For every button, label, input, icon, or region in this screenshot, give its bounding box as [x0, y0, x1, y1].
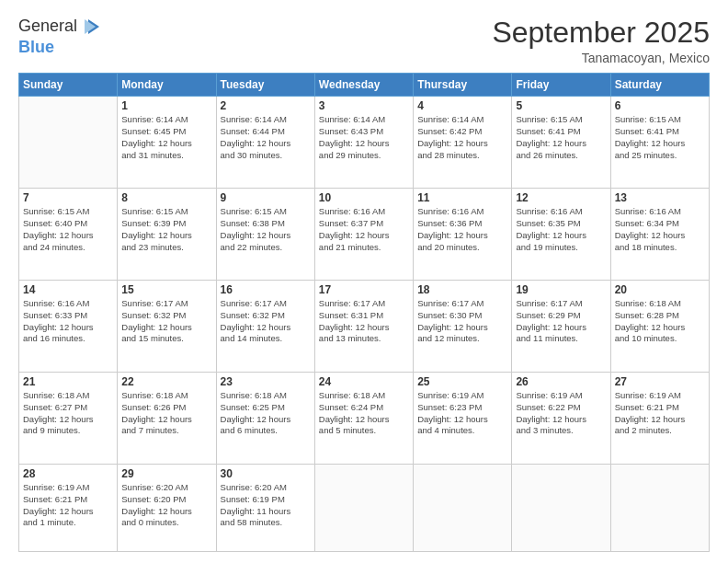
calendar-cell: 23Sunrise: 6:18 AM Sunset: 6:25 PM Dayli…	[216, 372, 314, 464]
day-number: 26	[516, 375, 606, 388]
calendar-cell: 26Sunrise: 6:19 AM Sunset: 6:22 PM Dayli…	[512, 372, 610, 464]
day-info: Sunrise: 6:15 AM Sunset: 6:41 PM Dayligh…	[615, 114, 705, 161]
title-block: September 2025 Tanamacoyan, Mexico	[492, 17, 710, 65]
day-info: Sunrise: 6:19 AM Sunset: 6:21 PM Dayligh…	[615, 390, 705, 437]
day-info: Sunrise: 6:19 AM Sunset: 6:22 PM Dayligh…	[516, 390, 606, 437]
day-number: 20	[615, 283, 705, 296]
calendar-cell	[414, 464, 512, 551]
calendar-cell: 11Sunrise: 6:16 AM Sunset: 6:36 PM Dayli…	[414, 189, 512, 281]
subtitle: Tanamacoyan, Mexico	[492, 51, 710, 65]
calendar-cell: 7Sunrise: 6:15 AM Sunset: 6:40 PM Daylig…	[19, 189, 118, 281]
day-number: 24	[319, 375, 409, 388]
day-info: Sunrise: 6:16 AM Sunset: 6:33 PM Dayligh…	[23, 298, 113, 345]
day-number: 5	[516, 99, 606, 112]
calendar-header-wednesday: Wednesday	[314, 74, 413, 97]
day-number: 4	[417, 99, 507, 112]
calendar-cell: 4Sunrise: 6:14 AM Sunset: 6:42 PM Daylig…	[414, 97, 512, 189]
calendar-cell: 6Sunrise: 6:15 AM Sunset: 6:41 PM Daylig…	[610, 97, 709, 189]
calendar-cell: 17Sunrise: 6:17 AM Sunset: 6:31 PM Dayli…	[314, 281, 413, 373]
calendar-table: SundayMondayTuesdayWednesdayThursdayFrid…	[18, 73, 710, 552]
day-number: 21	[23, 375, 113, 388]
calendar-cell: 14Sunrise: 6:16 AM Sunset: 6:33 PM Dayli…	[19, 281, 118, 373]
day-info: Sunrise: 6:17 AM Sunset: 6:31 PM Dayligh…	[319, 298, 409, 345]
calendar-cell: 24Sunrise: 6:18 AM Sunset: 6:24 PM Dayli…	[314, 372, 413, 464]
day-number: 11	[417, 191, 507, 204]
day-number: 16	[221, 283, 311, 296]
day-number: 27	[615, 375, 705, 388]
day-number: 28	[23, 467, 113, 480]
day-number: 3	[319, 99, 409, 112]
day-number: 19	[516, 283, 606, 296]
day-info: Sunrise: 6:20 AM Sunset: 6:20 PM Dayligh…	[121, 482, 211, 529]
calendar-cell: 15Sunrise: 6:17 AM Sunset: 6:32 PM Dayli…	[118, 281, 216, 373]
day-number: 15	[121, 283, 211, 296]
calendar-cell: 5Sunrise: 6:15 AM Sunset: 6:41 PM Daylig…	[512, 97, 610, 189]
day-info: Sunrise: 6:14 AM Sunset: 6:44 PM Dayligh…	[221, 114, 311, 161]
day-info: Sunrise: 6:18 AM Sunset: 6:25 PM Dayligh…	[221, 390, 311, 437]
calendar-cell	[610, 464, 709, 551]
day-info: Sunrise: 6:15 AM Sunset: 6:38 PM Dayligh…	[221, 206, 311, 253]
calendar-cell: 28Sunrise: 6:19 AM Sunset: 6:21 PM Dayli…	[19, 464, 118, 551]
calendar-header-monday: Monday	[118, 74, 216, 97]
calendar-cell: 8Sunrise: 6:15 AM Sunset: 6:39 PM Daylig…	[118, 189, 216, 281]
calendar-cell: 16Sunrise: 6:17 AM Sunset: 6:32 PM Dayli…	[216, 281, 314, 373]
calendar-cell: 27Sunrise: 6:19 AM Sunset: 6:21 PM Dayli…	[610, 372, 709, 464]
day-number: 17	[319, 283, 409, 296]
day-info: Sunrise: 6:18 AM Sunset: 6:26 PM Dayligh…	[121, 390, 211, 437]
day-number: 6	[615, 99, 705, 112]
day-info: Sunrise: 6:15 AM Sunset: 6:40 PM Dayligh…	[23, 206, 113, 253]
calendar-cell: 21Sunrise: 6:18 AM Sunset: 6:27 PM Dayli…	[19, 372, 118, 464]
day-number: 7	[23, 191, 113, 204]
logo-text-block: General Blue	[18, 17, 103, 57]
day-number: 30	[221, 467, 311, 480]
day-number: 18	[417, 283, 507, 296]
calendar-cell: 20Sunrise: 6:18 AM Sunset: 6:28 PM Dayli…	[610, 281, 709, 373]
day-info: Sunrise: 6:18 AM Sunset: 6:28 PM Dayligh…	[615, 298, 705, 345]
day-number: 8	[121, 191, 211, 204]
calendar-cell: 2Sunrise: 6:14 AM Sunset: 6:44 PM Daylig…	[216, 97, 314, 189]
day-info: Sunrise: 6:18 AM Sunset: 6:27 PM Dayligh…	[23, 390, 113, 437]
day-number: 14	[23, 283, 113, 296]
calendar-cell	[19, 97, 118, 189]
day-info: Sunrise: 6:14 AM Sunset: 6:43 PM Dayligh…	[319, 114, 409, 161]
logo-icon	[83, 17, 103, 38]
calendar-cell: 10Sunrise: 6:16 AM Sunset: 6:37 PM Dayli…	[314, 189, 413, 281]
calendar-cell: 25Sunrise: 6:19 AM Sunset: 6:23 PM Dayli…	[414, 372, 512, 464]
calendar-cell: 12Sunrise: 6:16 AM Sunset: 6:35 PM Dayli…	[512, 189, 610, 281]
day-info: Sunrise: 6:15 AM Sunset: 6:39 PM Dayligh…	[121, 206, 211, 253]
day-info: Sunrise: 6:15 AM Sunset: 6:41 PM Dayligh…	[516, 114, 606, 161]
calendar-cell	[512, 464, 610, 551]
day-info: Sunrise: 6:18 AM Sunset: 6:24 PM Dayligh…	[319, 390, 409, 437]
day-info: Sunrise: 6:20 AM Sunset: 6:19 PM Dayligh…	[221, 482, 311, 529]
calendar-cell: 30Sunrise: 6:20 AM Sunset: 6:19 PM Dayli…	[216, 464, 314, 551]
day-number: 2	[221, 99, 311, 112]
logo: General Blue	[18, 17, 103, 57]
calendar-cell	[314, 464, 413, 551]
day-info: Sunrise: 6:16 AM Sunset: 6:35 PM Dayligh…	[516, 206, 606, 253]
calendar-cell: 13Sunrise: 6:16 AM Sunset: 6:34 PM Dayli…	[610, 189, 709, 281]
calendar-header-sunday: Sunday	[19, 74, 118, 97]
main-title: September 2025	[492, 17, 710, 49]
day-number: 10	[319, 191, 409, 204]
calendar-cell: 1Sunrise: 6:14 AM Sunset: 6:45 PM Daylig…	[118, 97, 216, 189]
calendar-cell: 3Sunrise: 6:14 AM Sunset: 6:43 PM Daylig…	[314, 97, 413, 189]
day-info: Sunrise: 6:17 AM Sunset: 6:29 PM Dayligh…	[516, 298, 606, 345]
header: General Blue September 2025 Tanamacoyan,…	[18, 17, 710, 65]
day-number: 23	[221, 375, 311, 388]
day-info: Sunrise: 6:16 AM Sunset: 6:34 PM Dayligh…	[615, 206, 705, 253]
day-number: 12	[516, 191, 606, 204]
day-info: Sunrise: 6:16 AM Sunset: 6:36 PM Dayligh…	[417, 206, 507, 253]
day-number: 13	[615, 191, 705, 204]
day-number: 22	[121, 375, 211, 388]
calendar-cell: 9Sunrise: 6:15 AM Sunset: 6:38 PM Daylig…	[216, 189, 314, 281]
calendar-cell: 18Sunrise: 6:17 AM Sunset: 6:30 PM Dayli…	[414, 281, 512, 373]
day-info: Sunrise: 6:17 AM Sunset: 6:32 PM Dayligh…	[221, 298, 311, 345]
logo-blue: Blue	[18, 38, 54, 56]
day-info: Sunrise: 6:19 AM Sunset: 6:23 PM Dayligh…	[417, 390, 507, 437]
logo-general: General	[18, 17, 77, 35]
calendar-header-friday: Friday	[512, 74, 610, 97]
day-number: 25	[417, 375, 507, 388]
page: General Blue September 2025 Tanamacoyan,…	[0, 0, 728, 563]
calendar-header-tuesday: Tuesday	[216, 74, 314, 97]
day-number: 9	[221, 191, 311, 204]
